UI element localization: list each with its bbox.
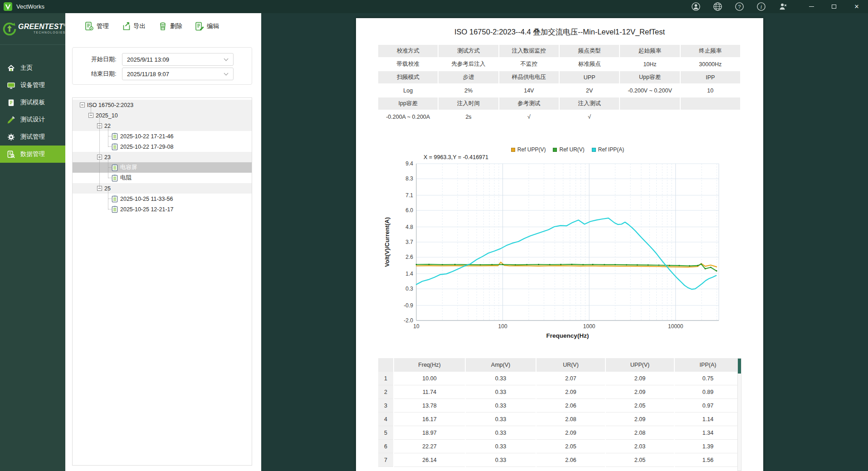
- tree-connector-line: [108, 178, 112, 178]
- greentest-mark-icon: [2, 21, 17, 37]
- table-row-number-cell: 1: [378, 372, 393, 385]
- sidebar-item-label: 测试模板: [20, 98, 45, 107]
- end-date-select[interactable]: 2025/11/18 9:07: [122, 68, 234, 80]
- svg-text:10000: 10000: [668, 323, 683, 330]
- param-header-cell: 测试方式: [439, 45, 498, 57]
- date-filter-box: 开始日期: 2025/9/11 13:09 结束日期: 2025/11/18 9…: [72, 47, 252, 85]
- sidebar-item-5[interactable]: 数据管理: [0, 146, 65, 163]
- export-icon: [121, 21, 131, 31]
- table-header-cell[interactable]: IPP(A): [675, 358, 741, 372]
- table-header-cell[interactable]: UR(V): [536, 358, 605, 372]
- param-header-cell: 步进: [439, 71, 498, 83]
- table-row-number-cell: 3: [378, 399, 393, 413]
- svg-text:1000: 1000: [583, 323, 595, 330]
- sidebar-item-1[interactable]: 设备管理: [0, 77, 65, 94]
- svg-text:i: i: [761, 4, 762, 10]
- table-value-cell: 16.17: [394, 413, 465, 426]
- sidebar-item-2[interactable]: 测试模板: [0, 94, 65, 111]
- clipboard-icon: [112, 164, 118, 171]
- tree-connector-line: [108, 146, 112, 147]
- toolbar-button-label: 导出: [133, 22, 146, 30]
- svg-text:6.0: 6.0: [405, 207, 413, 214]
- toolbar-button-0[interactable]: 管理: [84, 21, 109, 31]
- toolbar-button-2[interactable]: 删除: [158, 21, 182, 31]
- start-date-select[interactable]: 2025/9/11 13:09: [122, 53, 234, 66]
- table-scrollbar[interactable]: [737, 358, 741, 471]
- param-header-cell: Ipp容差: [378, 97, 438, 110]
- brand-name: GREENTEST: [18, 23, 63, 30]
- table-header-cell[interactable]: [378, 358, 393, 372]
- parameter-table: 校准方式测试方式注入数据监控频点类型起始频率终止频率带载校准先参考后注入不监控标…: [378, 45, 740, 123]
- account-icon[interactable]: [691, 2, 701, 11]
- data-icon: [7, 150, 15, 159]
- tree-expander-icon[interactable]: [80, 102, 85, 107]
- param-value-cell: 10: [681, 84, 740, 97]
- tree-item-label: 电阻: [120, 174, 132, 182]
- param-value-cell: 先参考后注入: [439, 58, 498, 70]
- table-header-cell[interactable]: Freq(Hz): [394, 358, 465, 372]
- data-browser-panel: 管理导出删除编辑 开始日期: 2025/9/11 13:09 结束日期: 202…: [65, 13, 261, 471]
- table-value-cell: 1.34: [675, 426, 741, 440]
- table-value-cell: 0.89: [675, 385, 741, 399]
- titlebar: VectWorks ? i ✕: [0, 0, 868, 13]
- param-header-cell: 校准方式: [378, 45, 438, 57]
- table-value-cell: 18.97: [394, 426, 465, 440]
- language-icon[interactable]: [713, 2, 722, 11]
- svg-text:8.3: 8.3: [405, 175, 413, 182]
- table-value-cell: 2.05: [536, 440, 605, 453]
- end-date-label: 结束日期:: [91, 70, 122, 78]
- param-value-cell: 30000Hz: [681, 58, 740, 70]
- table-value-cell: 2.07: [536, 372, 605, 385]
- param-header-cell: 起始频率: [620, 45, 679, 57]
- sidebar-item-label: 数据管理: [20, 150, 45, 158]
- toolbar-button-3[interactable]: 编辑: [195, 21, 219, 31]
- toolbar-button-1[interactable]: 导出: [121, 21, 146, 31]
- chevron-down-icon: [224, 71, 229, 75]
- sidebar-item-label: 设备管理: [20, 81, 45, 89]
- table-scrollbar-thumb[interactable]: [738, 359, 741, 374]
- tree-connector-line: [108, 167, 112, 168]
- svg-text:4.8: 4.8: [405, 224, 413, 230]
- maximize-button[interactable]: [823, 0, 845, 13]
- vectworks-logo-icon: [4, 2, 12, 11]
- clipboard-icon: [112, 174, 118, 182]
- template-icon: [7, 98, 15, 107]
- table-row-number-cell: 4: [378, 413, 393, 426]
- table-value-cell: 26.14: [394, 453, 465, 467]
- close-button[interactable]: ✕: [845, 0, 868, 13]
- sidebar-item-4[interactable]: 测试管理: [0, 128, 65, 146]
- table-header-cell[interactable]: Amp(V): [466, 358, 536, 372]
- tree-leaf-row[interactable]: 2025-10-25 12-21-17: [73, 204, 252, 214]
- table-row-number-cell: 6: [378, 440, 393, 453]
- minimize-button[interactable]: [800, 0, 823, 13]
- logout-icon[interactable]: [778, 2, 788, 11]
- brand-logo: GREENTEST® TECHNOLOGIES: [0, 13, 65, 45]
- sidebar-item-3[interactable]: 测试设计: [0, 111, 65, 128]
- sidebar: GREENTEST® TECHNOLOGIES 主页设备管理测试模板测试设计测试…: [0, 13, 65, 471]
- param-value-cell: 2s: [439, 111, 498, 123]
- sidebar-item-label: 测试管理: [20, 133, 45, 141]
- param-value-cell: 带载校准: [378, 58, 438, 70]
- param-header-cell: [681, 97, 740, 110]
- table-header-cell[interactable]: UPP(V): [606, 358, 674, 372]
- help-icon[interactable]: ?: [735, 2, 744, 11]
- end-date-value: 2025/11/18 9:07: [127, 71, 169, 78]
- results-tree: ISO 16750-2:20232025_10222025-10-22 17-2…: [72, 97, 252, 466]
- svg-text:?: ?: [738, 4, 741, 10]
- chart-svg: 9.48.37.16.04.83.72.61.40.3-0.9-2.010100…: [378, 145, 741, 347]
- report-title: ISO 16750-2:2023--4.4 叠加交流电压--Min-Level1…: [356, 27, 763, 37]
- tree-branch-row[interactable]: ISO 16750-2:2023: [73, 100, 252, 110]
- chevron-down-icon: [224, 56, 229, 61]
- svg-text:7.1: 7.1: [405, 192, 413, 199]
- table-value-cell: 11.74: [394, 385, 465, 399]
- tree-leaf-row[interactable]: 2025-10-25 11-33-56: [73, 194, 252, 204]
- param-header-cell: IPP: [681, 71, 740, 83]
- sidebar-item-0[interactable]: 主页: [0, 59, 65, 77]
- param-value-cell: [681, 111, 740, 123]
- info-icon[interactable]: i: [756, 2, 766, 11]
- chart-canvas[interactable]: 9.48.37.16.04.83.72.61.40.3-0.9-2.010100…: [378, 145, 741, 347]
- toolbar-button-label: 编辑: [207, 22, 219, 30]
- delete-icon: [158, 21, 168, 31]
- table-value-cell: 0.33: [466, 399, 536, 413]
- table-value-cell: 0.75: [675, 372, 741, 385]
